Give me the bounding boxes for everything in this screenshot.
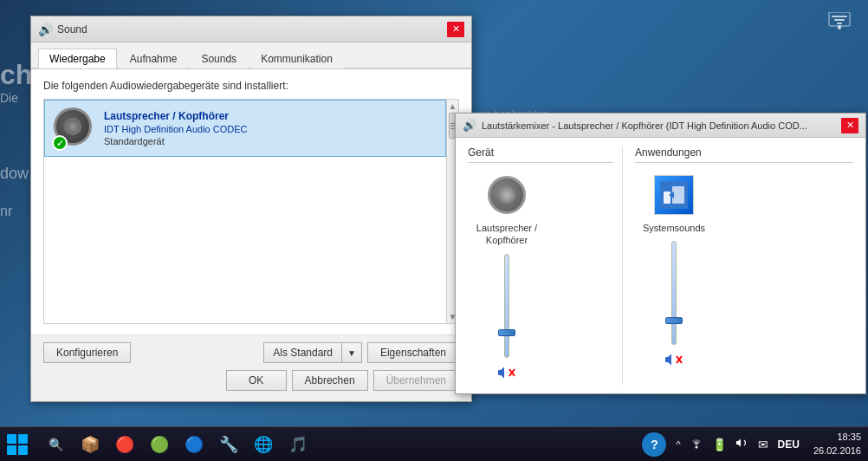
speaker-volume-track — [504, 254, 509, 358]
start-sq4 — [18, 445, 28, 455]
set-default-button[interactable]: Als Standard — [263, 342, 341, 363]
systemsounds-channel-name: Systemsounds — [643, 222, 705, 234]
mixer-channel-speaker: Lautsprecher /Kopfhörer — [468, 173, 546, 385]
mixer-content: Gerät Lautsprecher /Kopfhörer — [456, 138, 865, 393]
sound-dialog-content: Die folgenden Audiowiedergabegeräte sind… — [31, 69, 471, 334]
taskbar-app-ccleaner[interactable]: 🔴 — [109, 429, 140, 460]
desktop-text-nr: nr — [0, 204, 12, 219]
mixer-device-label: Gerät — [468, 146, 613, 163]
taskbar-app-browser[interactable]: 🌐 — [248, 429, 279, 460]
taskbar-app-tool[interactable]: 🔧 — [213, 429, 244, 460]
start-sq2 — [18, 434, 28, 444]
svg-rect-2 — [837, 23, 842, 24]
taskbar-app-blue[interactable]: 🔵 — [178, 429, 210, 460]
systemsounds-volume-thumb[interactable] — [665, 317, 683, 324]
sound-dialog-icon: 🔊 — [38, 23, 52, 36]
sound-dialog-footer: Konfigurieren Als Standard ▼ Eigenschaft… — [31, 334, 471, 401]
start-sq1 — [7, 434, 16, 444]
taskbar-apps: 🔍 📦 🔴 🟢 🔵 🔧 🌐 🎵 — [35, 429, 638, 460]
svg-rect-10 — [672, 186, 684, 204]
device-info: Lautsprecher / Kopfhörer IDT High Defini… — [104, 110, 437, 146]
help-icon[interactable]: ? — [642, 432, 666, 457]
device-codec: IDT High Definition Audio CODEC — [104, 124, 437, 134]
taskbar-system-tray: ? ^ 🔋 ✉ DEU — [638, 432, 806, 457]
tab-wiedergabe[interactable]: Wiedergabe — [38, 49, 117, 68]
devices-installed-label: Die folgenden Audiowiedergabegeräte sind… — [43, 80, 459, 92]
speaker-volume-slider[interactable] — [494, 254, 520, 358]
tray-wifi-icon[interactable] — [687, 435, 706, 453]
tray-message-icon[interactable]: ✉ — [755, 436, 771, 453]
device-default: Standardgerät — [104, 136, 437, 146]
desktop-text-dow: dow — [0, 165, 29, 183]
set-default-arrow[interactable]: ▼ — [341, 342, 362, 363]
sound-dialog-title: Sound — [57, 23, 447, 36]
configure-button[interactable]: Konfigurieren — [43, 342, 131, 363]
footer-row1: Konfigurieren Als Standard ▼ Eigenschaft… — [43, 342, 459, 363]
device-name: Lautsprecher / Kopfhörer — [104, 110, 437, 122]
windows-logo — [7, 434, 28, 455]
svg-rect-1 — [834, 19, 845, 21]
taskbar-app-audio[interactable]: 🎵 — [282, 429, 314, 460]
speaker-mute-icon[interactable] — [497, 365, 516, 385]
desktop-network-icon[interactable] — [828, 12, 851, 36]
taskbar-date: 26.02.2016 — [813, 445, 861, 458]
taskbar-app-dropbox[interactable]: 📦 — [74, 429, 106, 460]
mixer-title: Lautstärkemixer - Lautsprecher / Kopfhör… — [482, 120, 841, 131]
speaker-volume-thumb[interactable] — [498, 329, 515, 336]
svg-point-14 — [695, 446, 697, 449]
svg-rect-9 — [664, 192, 670, 204]
speaker-channel-name: Lautsprecher /Kopfhörer — [476, 222, 537, 247]
tray-expand-icon[interactable]: ^ — [673, 438, 683, 451]
device-icon-wrap: ✓ — [54, 107, 95, 149]
device-speaker-inner — [64, 118, 81, 135]
taskbar-clock[interactable]: 18:35 26.02.2016 — [806, 431, 868, 458]
footer-row2: OK Abbrechen Übernehmen — [43, 370, 459, 391]
set-default-button-wrap: Als Standard ▼ — [263, 342, 362, 363]
mixer-apps-label: Anwendungen — [635, 146, 853, 163]
sound-dialog: 🔊 Sound ✕ Wiedergabe Aufnahme Sounds Kom… — [30, 16, 472, 402]
systemsounds-icon — [654, 175, 694, 215]
systemsounds-volume-track — [671, 241, 677, 345]
desktop-text-die: Die — [0, 91, 18, 105]
apply-button[interactable]: Übernehmen — [373, 370, 459, 391]
svg-rect-0 — [832, 16, 847, 17]
cancel-button[interactable]: Abbrechen — [292, 370, 368, 391]
taskbar: 🔍 📦 🔴 🟢 🔵 🔧 🌐 🎵 ? ^ 🔋 — [0, 426, 868, 461]
taskbar-app-green[interactable]: 🟢 — [144, 429, 175, 460]
svg-point-5 — [838, 26, 841, 29]
tray-battery-icon[interactable]: 🔋 — [709, 436, 729, 453]
speaker-channel-icon — [485, 173, 528, 217]
mixer-titlebar: 🔊 Lautstärkemixer - Lautsprecher / Kopfh… — [456, 114, 865, 138]
systemsounds-icon-wrap — [652, 173, 696, 217]
mixer-dialog: 🔊 Lautstärkemixer - Lautsprecher / Kopfh… — [455, 113, 866, 394]
tab-kommunikation[interactable]: Kommunikation — [249, 49, 344, 68]
ok-button[interactable]: OK — [226, 370, 287, 391]
taskbar-time: 18:35 — [837, 431, 861, 444]
start-sq3 — [7, 445, 16, 455]
sound-tabs-bar: Wiedergabe Aufnahme Sounds Kommunikation — [31, 42, 471, 69]
start-button[interactable] — [0, 427, 35, 462]
device-item[interactable]: ✓ Lautsprecher / Kopfhörer IDT High Defi… — [44, 100, 446, 157]
speaker-inner — [498, 186, 515, 204]
device-check-icon: ✓ — [52, 135, 68, 151]
mixer-channel-systemsounds: Systemsounds — [635, 173, 713, 372]
systemsounds-mute-icon[interactable] — [664, 352, 683, 372]
desktop-text-ch: ch — [0, 59, 32, 91]
mixer-icon: 🔊 — [463, 119, 476, 132]
taskbar-app-search[interactable]: 🔍 — [40, 429, 71, 460]
systemsounds-volume-slider[interactable] — [661, 241, 687, 345]
sound-dialog-titlebar: 🔊 Sound ✕ — [31, 16, 471, 42]
device-list: ✓ Lautsprecher / Kopfhörer IDT High Defi… — [43, 99, 459, 324]
desktop: ch Die dow nr Thema beobachten Gefä hilf… — [0, 0, 868, 461]
tab-aufnahme[interactable]: Aufnahme — [119, 49, 189, 68]
speaker-icon — [488, 176, 526, 214]
properties-button[interactable]: Eigenschaften — [367, 342, 459, 363]
taskbar-language[interactable]: DEU — [774, 438, 803, 451]
sound-dialog-close[interactable]: ✕ — [447, 22, 464, 37]
tab-sounds[interactable]: Sounds — [190, 49, 248, 68]
mixer-close-button[interactable]: ✕ — [841, 118, 858, 133]
tray-volume-icon[interactable] — [733, 435, 752, 453]
